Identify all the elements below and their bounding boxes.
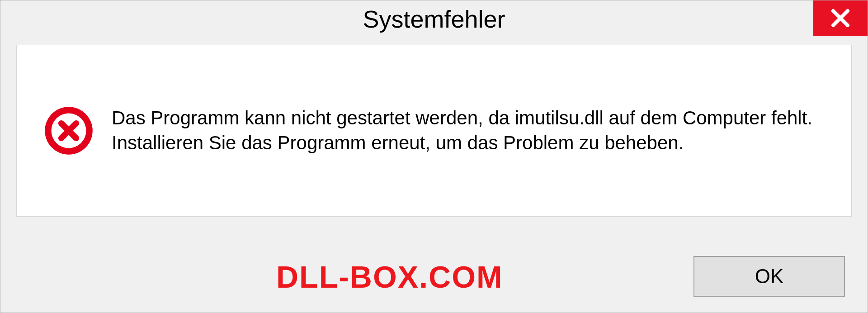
ok-button[interactable]: OK: [693, 256, 845, 297]
close-icon: [830, 7, 851, 29]
content-panel: Das Programm kann nicht gestartet werden…: [16, 45, 852, 217]
dialog-title: Systemfehler: [363, 5, 505, 33]
titlebar: Systemfehler: [0, 0, 868, 41]
error-icon: [44, 106, 94, 156]
error-dialog: Systemfehler Das Programm kann nicht ges…: [0, 0, 868, 313]
error-message: Das Programm kann nicht gestartet werden…: [112, 106, 824, 155]
dialog-footer: DLL-BOX.COM OK: [0, 240, 868, 313]
close-button[interactable]: [813, 0, 868, 36]
watermark-text: DLL-BOX.COM: [276, 259, 503, 294]
